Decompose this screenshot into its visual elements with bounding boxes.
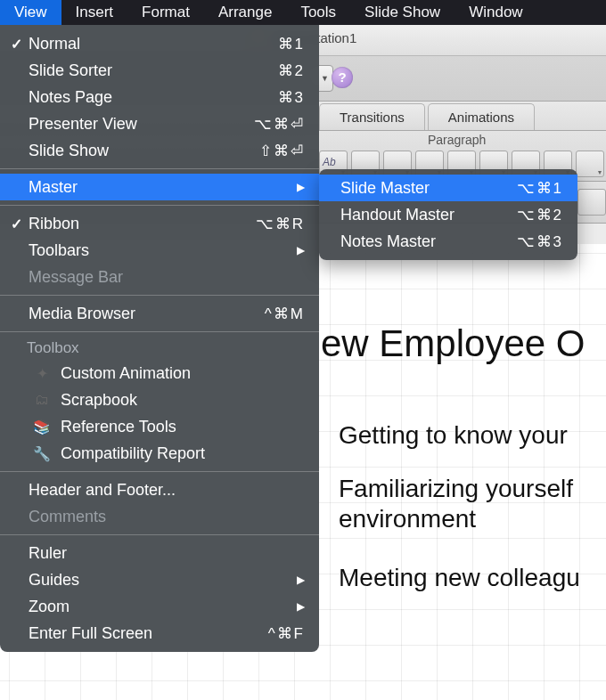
view-header-footer[interactable]: Header and Footer... xyxy=(0,476,319,503)
menubar: View Insert Format Arrange Tools Slide S… xyxy=(0,0,606,25)
shortcut-label: ⇧⌘⏎ xyxy=(259,142,305,160)
view-zoom[interactable]: Zoom ▶ xyxy=(0,593,319,620)
shortcut-label: ^⌘F xyxy=(268,624,305,643)
help-icon[interactable]: ? xyxy=(332,67,353,88)
slide-body-line2b: environment xyxy=(339,504,476,534)
view-enter-full-screen[interactable]: Enter Full Screen ^⌘F xyxy=(0,620,319,647)
view-ribbon[interactable]: ✓ Ribbon ⌥⌘R xyxy=(0,210,319,237)
menu-item-label: Slide Show xyxy=(25,142,259,160)
shortcut-label: ⌥⌘2 xyxy=(517,206,563,224)
reference-icon: 📚 xyxy=(30,419,53,435)
view-presenter-view[interactable]: Presenter View ⌥⌘⏎ xyxy=(0,110,319,137)
menu-separator xyxy=(0,168,319,169)
menu-format[interactable]: Format xyxy=(127,0,204,25)
view-guides[interactable]: Guides ▶ xyxy=(0,566,319,593)
scrapbook-icon: 🗂 xyxy=(30,392,53,408)
menu-item-label: Scrapbook xyxy=(61,391,137,410)
font-style-button[interactable] xyxy=(577,189,606,216)
menu-item-label: Custom Animation xyxy=(61,364,191,383)
submenu-arrow-icon: ▶ xyxy=(291,181,305,193)
view-menu-dropdown: ✓ Normal ⌘1 Slide Sorter ⌘2 Notes Page ⌘… xyxy=(0,25,319,652)
menu-item-label: Zoom xyxy=(25,598,291,616)
ribbon-group-label: Paragraph xyxy=(428,133,486,147)
menu-item-label: Presenter View xyxy=(25,115,254,134)
menu-separator xyxy=(0,534,319,535)
view-toolbars[interactable]: Toolbars ▶ xyxy=(0,237,319,264)
menu-item-label: Message Bar xyxy=(25,268,305,287)
menu-item-label: Media Browser xyxy=(25,305,265,323)
toolbox-custom-animation[interactable]: ✦ Custom Animation xyxy=(0,360,319,387)
checkmark-icon: ✓ xyxy=(7,216,25,232)
menu-separator xyxy=(0,471,319,472)
menu-insert[interactable]: Insert xyxy=(61,0,128,25)
wrench-icon: 🔧 xyxy=(30,445,53,462)
menu-view[interactable]: View xyxy=(0,0,61,25)
shortcut-label: ⌥⌘1 xyxy=(517,179,563,198)
menu-tools[interactable]: Tools xyxy=(286,0,350,25)
master-submenu: Slide Master ⌥⌘1 Handout Master ⌥⌘2 Note… xyxy=(319,169,577,260)
menu-arrange[interactable]: Arrange xyxy=(204,0,286,25)
master-handout-master[interactable]: Handout Master ⌥⌘2 xyxy=(319,201,577,228)
shortcut-label: ⌥⌘R xyxy=(256,215,305,233)
menu-item-label: Toolbars xyxy=(25,241,291,260)
view-message-bar: Message Bar xyxy=(0,264,319,290)
master-slide-master[interactable]: Slide Master ⌥⌘1 xyxy=(319,175,577,201)
menu-slide-show[interactable]: Slide Show xyxy=(350,0,454,25)
shortcut-label: ⌘2 xyxy=(278,61,305,80)
menu-item-label: Guides xyxy=(25,571,291,590)
toolbox-scrapbook[interactable]: 🗂 Scrapbook xyxy=(0,387,319,413)
slide-body-line1: Getting to know your xyxy=(339,420,568,451)
submenu-arrow-icon: ▶ xyxy=(291,600,305,613)
menu-item-label: Master xyxy=(25,178,291,197)
menu-separator xyxy=(0,205,319,206)
menu-item-label: Enter Full Screen xyxy=(25,624,268,643)
shortcut-label: ⌥⌘3 xyxy=(517,232,563,251)
view-normal[interactable]: ✓ Normal ⌘1 xyxy=(0,30,319,57)
tab-animations[interactable]: Animations xyxy=(428,103,535,130)
menu-item-label: Header and Footer... xyxy=(25,481,305,500)
text-ab-icon: Ab xyxy=(323,156,336,168)
view-slide-show[interactable]: Slide Show ⇧⌘⏎ xyxy=(0,137,319,164)
menu-item-label: Reference Tools xyxy=(61,418,176,436)
menu-item-label: Slide Sorter xyxy=(25,61,278,80)
view-comments: Comments xyxy=(0,503,319,530)
menu-item-label: Ribbon xyxy=(25,215,256,233)
menu-item-label: Slide Master xyxy=(340,179,517,198)
menu-item-label: Normal xyxy=(25,35,278,53)
menu-item-label: Notes Page xyxy=(25,88,278,107)
menu-separator xyxy=(0,331,319,332)
view-slide-sorter[interactable]: Slide Sorter ⌘2 xyxy=(0,57,319,84)
toolbox-header: Toolbox xyxy=(0,337,319,360)
checkmark-icon: ✓ xyxy=(7,36,25,53)
toolbox-compatibility-report[interactable]: 🔧 Compatibility Report xyxy=(0,440,319,467)
columns-button[interactable] xyxy=(576,151,604,177)
tab-transitions[interactable]: Transitions xyxy=(319,103,425,130)
view-ruler[interactable]: Ruler xyxy=(0,540,319,566)
shortcut-label: ⌥⌘⏎ xyxy=(254,115,305,134)
slide-title-text: ew Employee O xyxy=(321,322,585,365)
menu-item-label: Compatibility Report xyxy=(61,444,205,463)
view-notes-page[interactable]: Notes Page ⌘3 xyxy=(0,84,319,110)
menu-item-label: Comments xyxy=(25,508,305,526)
master-notes-master[interactable]: Notes Master ⌥⌘3 xyxy=(319,228,577,255)
toolbox-reference-tools[interactable]: 📚 Reference Tools xyxy=(0,413,319,440)
shortcut-label: ^⌘M xyxy=(265,305,305,323)
shortcut-label: ⌘3 xyxy=(278,88,305,107)
menu-item-label: Handout Master xyxy=(340,206,517,224)
slide-body-line2a: Familiarizing yourself xyxy=(339,474,573,504)
menu-item-label: Ruler xyxy=(25,544,305,563)
submenu-arrow-icon: ▶ xyxy=(291,244,305,256)
menu-separator xyxy=(0,295,319,296)
star-icon: ✦ xyxy=(30,365,53,382)
shortcut-label: ⌘1 xyxy=(278,35,305,53)
menu-window[interactable]: Window xyxy=(454,0,536,25)
view-master[interactable]: Master ▶ xyxy=(0,174,319,200)
submenu-arrow-icon: ▶ xyxy=(291,574,305,586)
view-media-browser[interactable]: Media Browser ^⌘M xyxy=(0,300,319,327)
slide-body-line3: Meeting new colleagu xyxy=(339,563,580,593)
menu-item-label: Notes Master xyxy=(340,232,517,251)
